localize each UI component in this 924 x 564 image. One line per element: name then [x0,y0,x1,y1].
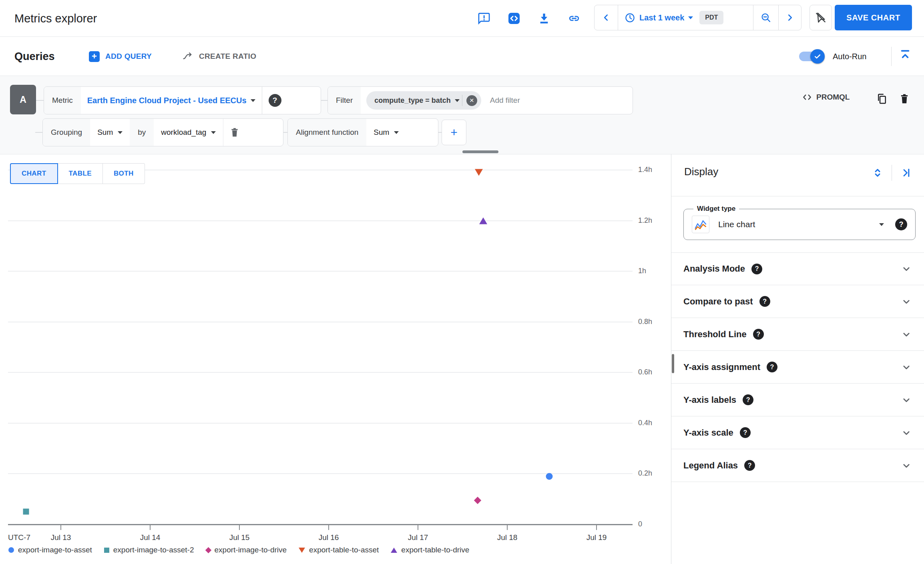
section-title: Legend Alias [683,460,738,471]
section-analysis-mode[interactable]: Analysis Mode? [671,252,924,285]
copy-query-icon[interactable] [875,92,889,106]
chart-area: CHART TABLE BOTH 1.4h1.2h1h0.8h0.6h0.4h0… [0,154,671,564]
grouping-box: Grouping Sum by workload_tag [42,118,283,146]
check-icon [814,52,822,60]
chevron-down-icon [118,131,123,134]
share-link-icon[interactable] [567,12,581,25]
section-help-icon[interactable]: ? [743,394,753,405]
filter-chip[interactable]: compute_type = batch × [366,91,481,110]
section-title: Y-axis labels [683,395,736,405]
feedback-icon[interactable] [477,12,491,25]
widget-type-help-icon[interactable]: ? [895,218,907,230]
y-gridline [8,322,633,322]
x-axis-tick [507,524,508,530]
remove-filter-icon[interactable]: × [466,95,477,106]
section-help-icon[interactable]: ? [759,296,770,307]
page-title: Metrics explorer [14,0,97,37]
disable-auto-refresh-icon[interactable] [810,5,832,30]
add-clause-button[interactable]: + [442,120,466,145]
chevron-down-icon [455,99,460,102]
queries-title: Queries [14,37,55,76]
legend-item-export-table-to-asset[interactable]: export-table-to-asset [299,546,379,554]
chevron-down-icon [900,460,912,472]
y-axis-tick-label: 0 [638,520,642,528]
section-y-axis-scale[interactable]: Y-axis scale? [671,416,924,449]
section-compare-to-past[interactable]: Compare to past? [671,285,924,318]
x-axis-tick-label: Jul 18 [497,533,518,542]
resize-handle[interactable] [462,150,498,153]
download-icon[interactable] [537,12,551,25]
alignment-function-select[interactable]: Sum [366,128,406,137]
filter-label: Filter [328,87,361,114]
code-editor-icon[interactable] [507,12,521,25]
widget-type-value: Line chart [718,220,879,229]
data-point-export-image-to-asset[interactable] [546,473,552,480]
add-query-button[interactable]: + ADD QUERY [89,37,152,76]
chevron-down-icon [900,427,912,439]
group-by-select[interactable]: workload_tag [154,128,223,137]
x-axis-tick-label: Jul 15 [229,533,250,542]
tab-chart[interactable]: CHART [10,163,58,184]
expand-all-sections-icon[interactable] [871,166,884,180]
panel-scrollbar[interactable] [672,354,674,373]
timezone-badge[interactable]: PDT [699,11,723,24]
collapse-panel-icon[interactable] [899,166,913,180]
section-legend-alias[interactable]: Legend Alias? [671,449,924,482]
x-axis-tick-label: Jul 17 [408,533,428,542]
display-panel: Display Widget type Line chart ? Analysi… [671,154,924,564]
data-point-export-table-to-drive[interactable] [479,217,487,224]
legend-item-export-image-to-asset-2[interactable]: export-image-to-asset-2 [104,546,194,554]
x-axis-tick [596,524,597,530]
display-panel-title: Display [684,166,718,178]
query-letter-badge: A [10,85,36,114]
tab-both[interactable]: BOTH [103,163,145,184]
section-help-icon[interactable]: ? [744,460,755,471]
section-help-icon[interactable]: ? [751,264,762,274]
y-gridline [8,220,633,221]
chevron-down-icon [900,394,912,406]
metric-help-icon[interactable]: ? [269,94,281,107]
query-builder: A Metric Earth Engine Cloud Project - Us… [0,76,924,154]
save-chart-button[interactable]: SAVE CHART [835,5,912,30]
section-y-axis-assignment[interactable]: Y-axis assignment? [671,351,924,384]
legend-item-export-image-to-drive[interactable]: export-image-to-drive [206,546,287,554]
legend-item-export-image-to-asset[interactable]: export-image-to-asset [8,546,92,554]
collapse-queries-icon[interactable] [898,48,912,62]
time-range-selector[interactable]: Last 1 week PDT [618,11,753,24]
section-threshold-line[interactable]: Threshold Line? [671,318,924,351]
section-help-icon[interactable]: ? [753,329,764,340]
legend-label: export-table-to-asset [309,546,379,554]
section-help-icon[interactable]: ? [767,362,777,372]
triangle-up-marker-icon [391,548,397,553]
legend-label: export-image-to-asset-2 [113,546,194,554]
y-axis-tick-label: 1.2h [638,216,652,225]
clock-icon [625,12,635,23]
widget-type-label: Widget type [693,205,739,213]
tab-table[interactable]: TABLE [58,163,103,184]
queries-bar: Queries + ADD QUERY CREATE RATIO Auto-Ru… [0,37,924,76]
metric-selector[interactable]: Earth Engine Cloud Project - Used EECUs [87,96,247,105]
zoom-out-icon[interactable] [753,5,778,30]
section-help-icon[interactable]: ? [740,427,751,438]
y-gridline [8,473,633,474]
data-point-export-image-to-asset-2[interactable] [23,509,29,515]
chevron-down-icon [900,296,912,308]
add-filter-input[interactable]: Add filter [490,96,520,105]
delete-query-icon[interactable] [898,92,911,106]
section-y-axis-labels[interactable]: Y-axis labels? [671,384,924,416]
grouping-function-select[interactable]: Sum [90,128,130,137]
display-sections: Analysis Mode?Compare to past?Threshold … [671,252,924,482]
legend-item-export-table-to-drive[interactable]: export-table-to-drive [391,546,469,554]
create-ratio-button[interactable]: CREATE RATIO [182,37,256,76]
auto-run-toggle[interactable] [799,51,822,62]
data-point-export-table-to-asset[interactable] [475,169,483,176]
section-title: Threshold Line [683,329,747,340]
promql-button[interactable]: PROMQL [802,92,850,102]
widget-type-select[interactable]: Widget type Line chart ? [683,209,916,240]
remove-grouping-icon[interactable] [223,119,246,146]
time-forward-button[interactable] [779,5,801,30]
data-point-export-image-to-drive[interactable] [474,497,481,504]
time-back-button[interactable] [595,5,618,30]
legend-label: export-image-to-asset [18,546,92,554]
x-axis-tick [418,524,418,530]
